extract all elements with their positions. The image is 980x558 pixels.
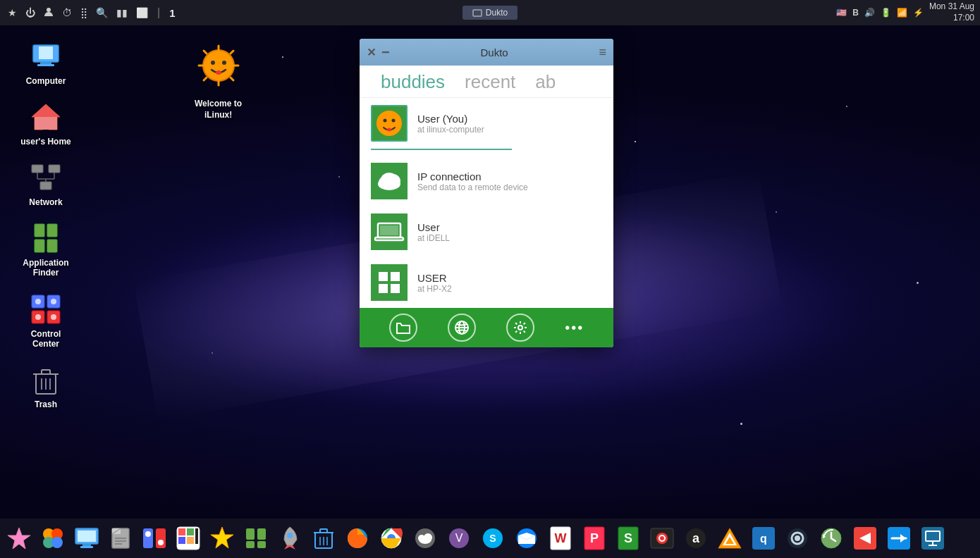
desktop-icon-appfinder[interactable]: ApplicationFinder bbox=[14, 217, 78, 283]
hp-device-icon bbox=[371, 264, 408, 301]
dock-icon-chrome[interactable] bbox=[375, 522, 408, 554]
dock-icon-viber[interactable]: V bbox=[443, 522, 475, 554]
taskbar-timer-icon[interactable]: ⏱ bbox=[60, 6, 74, 20]
svg-text:S: S bbox=[489, 533, 496, 544]
dukto-title: Dukto bbox=[390, 46, 599, 58]
dell-device-name: User bbox=[417, 221, 602, 233]
desktop-icon-home[interactable]: user's Home bbox=[14, 96, 78, 151]
dock-icon-amazon[interactable]: a bbox=[680, 522, 712, 554]
dukto-network-button[interactable] bbox=[448, 314, 476, 342]
home-icon bbox=[29, 100, 63, 134]
dock-icon-firefox[interactable] bbox=[341, 522, 374, 554]
dock-icon-launcher[interactable] bbox=[274, 522, 306, 554]
tab-recent[interactable]: recent bbox=[455, 66, 525, 97]
taskbar-user-icon[interactable] bbox=[42, 6, 56, 20]
dock-icon-colors[interactable] bbox=[172, 522, 204, 554]
dock-icon-files[interactable] bbox=[104, 522, 137, 554]
dock-icon-circles[interactable] bbox=[37, 522, 69, 554]
tab-about[interactable]: ab bbox=[525, 66, 565, 97]
taskbar-workspace-num[interactable]: 1 bbox=[167, 6, 177, 20]
dukto-ip-connection-row[interactable]: IP connection Send data to a remote devi… bbox=[360, 156, 613, 206]
svg-line-42 bbox=[231, 51, 233, 54]
dukto-folder-button[interactable] bbox=[389, 314, 417, 342]
svg-point-51 bbox=[387, 128, 391, 132]
dock-icon-thunderbird[interactable] bbox=[510, 522, 543, 554]
dock-icon-steam[interactable] bbox=[781, 522, 814, 554]
ip-connection-desc: Send data to a remote device bbox=[417, 182, 602, 192]
dock-icon-trash2[interactable] bbox=[307, 522, 340, 554]
taskbar-power-icon[interactable]: ⏻ bbox=[23, 6, 37, 20]
dukto-minimize-button[interactable]: − bbox=[381, 45, 390, 59]
dock-icon-anydesk[interactable] bbox=[849, 522, 881, 554]
taskbar-window-button[interactable]: Dukto bbox=[463, 6, 517, 20]
dock-icon-appfinder[interactable] bbox=[240, 522, 272, 554]
dock-icon-screen[interactable] bbox=[71, 522, 103, 554]
svg-rect-146 bbox=[921, 527, 944, 550]
svg-text:W: W bbox=[555, 531, 567, 545]
self-user-info: User (You) at ilinux-computer bbox=[417, 113, 602, 135]
desktop-icon-control[interactable]: Control Center bbox=[14, 288, 78, 353]
dock-icon-star[interactable] bbox=[3, 522, 35, 554]
desktop-icon-network[interactable]: Network bbox=[14, 156, 78, 211]
svg-rect-79 bbox=[80, 546, 93, 548]
svg-text:S: S bbox=[624, 531, 632, 545]
tab-buddies[interactable]: buddies bbox=[371, 66, 455, 97]
dell-device-icon bbox=[371, 213, 408, 250]
dock-icon-remmina[interactable] bbox=[917, 522, 949, 554]
svg-rect-59 bbox=[380, 225, 398, 235]
flag-icon: 🇺🇸 bbox=[836, 8, 847, 18]
taskbar-top-left: ★ ⏻ ⏱ ⣿ 🔍 ▮▮ ⬜ | 1 bbox=[6, 6, 463, 20]
dock-icon-toggle[interactable] bbox=[138, 522, 171, 554]
clock-time: 17:00 bbox=[929, 13, 974, 24]
svg-rect-3 bbox=[39, 46, 53, 59]
svg-rect-31 bbox=[42, 370, 50, 374]
svg-point-35 bbox=[203, 50, 234, 81]
dukto-device-row-hp[interactable]: USER at HP-X2 bbox=[360, 257, 613, 308]
svg-point-50 bbox=[392, 119, 396, 123]
dock-icon-timeshift[interactable] bbox=[815, 522, 847, 554]
desktop-icon-trash[interactable]: Trash bbox=[14, 359, 78, 414]
appfinder-icon-label: ApplicationFinder bbox=[23, 258, 68, 278]
dock-icon-screencloud[interactable] bbox=[409, 522, 441, 554]
desktop-icon-welcome[interactable]: Welcome toiLinux! bbox=[190, 39, 246, 125]
dukto-device-row-dell[interactable]: User at iDELL bbox=[360, 206, 613, 257]
self-user-name: User (You) bbox=[417, 113, 602, 125]
desktop-icon-computer[interactable]: Computer bbox=[14, 35, 78, 90]
bluetooth-icon: B bbox=[852, 8, 859, 18]
dukto-menu-button[interactable]: ≡ bbox=[599, 45, 606, 60]
appfinder-icon bbox=[29, 221, 63, 255]
svg-rect-20 bbox=[47, 240, 57, 252]
dock-icon-screenrec[interactable] bbox=[646, 522, 678, 554]
dukto-settings-button[interactable] bbox=[506, 314, 534, 342]
taskbar-desktop-icon[interactable]: ⬜ bbox=[134, 6, 150, 20]
battery-icon: 🔋 bbox=[881, 8, 891, 18]
taskbar-applets-icon[interactable]: ▮▮ bbox=[114, 6, 130, 20]
svg-rect-17 bbox=[35, 224, 44, 237]
taskbar-bottom: V S W P S bbox=[0, 519, 980, 558]
dock-icon-star2[interactable] bbox=[206, 522, 238, 554]
dock-icon-skype[interactable]: S bbox=[477, 522, 509, 554]
svg-rect-66 bbox=[391, 284, 400, 293]
taskbar-grid-icon[interactable]: ⣿ bbox=[78, 6, 90, 20]
dock-icon-wps-presentation[interactable]: P bbox=[578, 522, 611, 554]
dock-icon-wps-writer[interactable]: W bbox=[544, 522, 577, 554]
dukto-more-button[interactable]: ••• bbox=[565, 320, 584, 336]
taskbar-star-icon[interactable]: ★ bbox=[6, 6, 19, 20]
dock-icon-wps-sheets[interactable]: S bbox=[612, 522, 644, 554]
dukto-window: ✕ − Dukto ≡ buddies recent ab bbox=[360, 39, 613, 347]
taskbar-search-icon[interactable]: 🔍 bbox=[94, 6, 110, 20]
dock-icon-qbittorrent[interactable]: q bbox=[747, 522, 780, 554]
svg-point-48 bbox=[376, 111, 402, 136]
svg-line-41 bbox=[231, 78, 233, 80]
dock-icon-vlc[interactable] bbox=[713, 522, 746, 554]
self-avatar bbox=[371, 105, 408, 142]
dell-device-info: User at iDELL bbox=[417, 221, 602, 243]
welcome-icon-label: Welcome toiLinux! bbox=[195, 99, 242, 120]
svg-rect-98 bbox=[246, 541, 255, 548]
dukto-close-button[interactable]: ✕ bbox=[367, 46, 376, 59]
dukto-self-user-row[interactable]: User (You) at ilinux-computer bbox=[360, 98, 613, 149]
svg-rect-63 bbox=[379, 272, 388, 281]
dock-icon-teamviewer[interactable] bbox=[883, 522, 915, 554]
svg-text:a: a bbox=[692, 531, 700, 545]
svg-rect-94 bbox=[195, 528, 198, 544]
